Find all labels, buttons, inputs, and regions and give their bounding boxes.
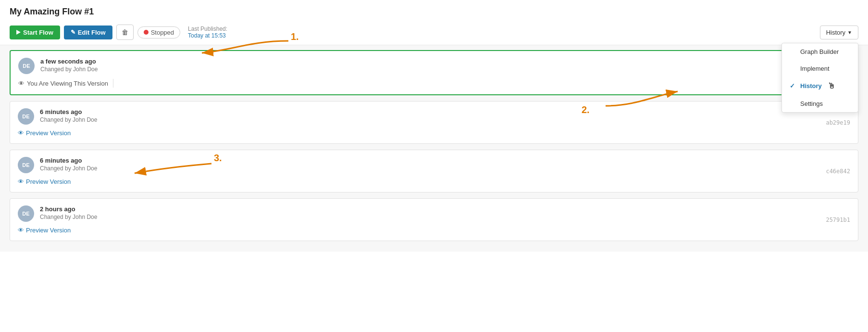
- avatar-current: DE: [18, 58, 35, 74]
- eye-icon-1: 👁: [18, 129, 24, 137]
- content-area: DE a few seconds ago Changed by John Doe…: [0, 45, 868, 252]
- history-item-3: DE 2 hours ago Changed by John Doe 👁 Pre…: [10, 198, 858, 241]
- implement-label: Implement: [800, 65, 830, 72]
- viewing-label: You Are Viewing This Version: [27, 80, 108, 87]
- version-id-3: 25791b1: [826, 217, 850, 223]
- eye-icon-current: 👁: [18, 80, 25, 87]
- history-actions-current: 👁 You Are Viewing This Version: [18, 79, 850, 88]
- status-badge: Stopped: [137, 26, 180, 38]
- delete-button[interactable]: 🗑: [116, 25, 134, 40]
- history-dropdown-container: History ▼ Graph Builder Implement ✓ Hist…: [820, 26, 858, 39]
- preview-label-1: Preview Version: [26, 129, 71, 137]
- history-item-header-2: DE 6 minutes ago Changed by John Doe: [18, 157, 850, 173]
- checkmark-history: ✓: [790, 82, 796, 89]
- viewing-text: 👁 You Are Viewing This Version: [18, 80, 108, 87]
- preview-link-3[interactable]: 👁 Preview Version: [18, 227, 71, 234]
- history-actions-1: 👁 Preview Version: [18, 129, 850, 137]
- version-id-2: c46e842: [826, 168, 850, 175]
- history-item-header-3: DE 2 hours ago Changed by John Doe: [18, 205, 850, 222]
- history-info-3: 2 hours ago Changed by John Doe: [40, 205, 97, 220]
- graph-builder-label: Graph Builder: [800, 48, 839, 55]
- time-3: 2 hours ago: [40, 205, 97, 213]
- history-label: History: [800, 82, 822, 89]
- history-item-1: DE 6 minutes ago Changed by John Doe 👁 P…: [10, 101, 858, 144]
- dropdown-item-graph-builder[interactable]: Graph Builder: [782, 43, 858, 60]
- time-2: 6 minutes ago: [40, 157, 97, 164]
- dropdown-item-settings[interactable]: Settings: [782, 95, 858, 112]
- pencil-icon: ✎: [71, 29, 75, 36]
- settings-label: Settings: [800, 100, 823, 107]
- history-item-current: DE a few seconds ago Changed by John Doe…: [10, 50, 858, 95]
- time-1: 6 minutes ago: [40, 108, 97, 115]
- stopped-dot: [144, 30, 149, 35]
- eye-icon-2: 👁: [18, 178, 24, 185]
- dropdown-item-history[interactable]: ✓ History 🖱: [782, 77, 858, 95]
- eye-icon-3: 👁: [18, 227, 24, 234]
- history-actions-3: 👁 Preview Version: [18, 227, 850, 234]
- edit-flow-button[interactable]: ✎ Edit Flow: [64, 26, 112, 39]
- play-icon: [16, 30, 21, 35]
- history-dropdown-menu: Graph Builder Implement ✓ History 🖱 Sett…: [781, 43, 858, 113]
- start-flow-label: Start Flow: [23, 29, 53, 36]
- history-info-current: a few seconds ago Changed by John Doe: [40, 58, 98, 73]
- page-header: My Amazing Flow #1: [0, 0, 868, 20]
- edit-flow-label: Edit Flow: [78, 29, 106, 36]
- changed-by-3: Changed by John Doe: [40, 214, 97, 220]
- preview-label-3: Preview Version: [26, 227, 71, 234]
- history-item-2: DE 6 minutes ago Changed by John Doe 👁 P…: [10, 150, 858, 192]
- history-info-1: 6 minutes ago Changed by John Doe: [40, 108, 97, 123]
- toolbar: Start Flow ✎ Edit Flow 🗑 Stopped Last Pu…: [0, 20, 868, 45]
- last-published: Last Published: Today at 15:53: [188, 26, 227, 39]
- changed-by-1: Changed by John Doe: [40, 116, 97, 123]
- page-title: My Amazing Flow #1: [10, 7, 858, 17]
- divider-current: [113, 79, 113, 88]
- preview-label-2: Preview Version: [26, 178, 71, 185]
- version-id-1: ab29e19: [826, 119, 850, 126]
- history-button-label: History: [826, 29, 845, 36]
- time-current: a few seconds ago: [40, 58, 98, 65]
- history-item-header-current: DE a few seconds ago Changed by John Doe: [18, 58, 850, 74]
- history-button[interactable]: History ▼: [820, 26, 858, 39]
- preview-link-2[interactable]: 👁 Preview Version: [18, 178, 71, 185]
- cursor-icon: 🖱: [828, 82, 835, 90]
- preview-link-1[interactable]: 👁 Preview Version: [18, 129, 71, 137]
- changed-by-2: Changed by John Doe: [40, 165, 97, 172]
- changed-by-current: Changed by John Doe: [40, 66, 98, 73]
- start-flow-button[interactable]: Start Flow: [10, 26, 60, 39]
- avatar-3: DE: [18, 205, 34, 222]
- trash-icon: 🗑: [122, 28, 128, 36]
- avatar-2: DE: [18, 157, 34, 173]
- history-item-header-1: DE 6 minutes ago Changed by John Doe: [18, 108, 850, 125]
- history-info-2: 6 minutes ago Changed by John Doe: [40, 157, 97, 172]
- last-published-label: Last Published:: [188, 26, 227, 32]
- dropdown-item-implement[interactable]: Implement: [782, 60, 858, 77]
- avatar-1: DE: [18, 108, 34, 125]
- chevron-down-icon: ▼: [847, 30, 852, 35]
- last-published-value: Today at 15:53: [188, 32, 226, 39]
- history-actions-2: 👁 Preview Version: [18, 178, 850, 185]
- status-label: Stopped: [151, 29, 174, 36]
